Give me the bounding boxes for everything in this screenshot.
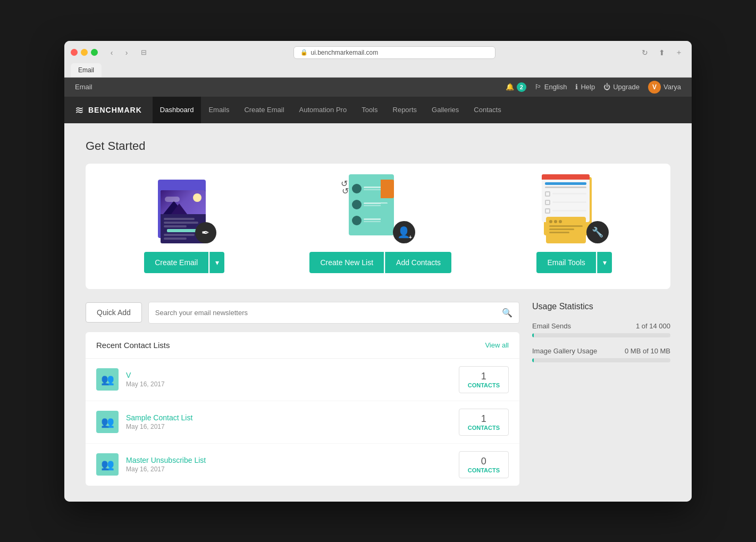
list-info-2: Sample Contact List May 16, 2017	[126, 413, 451, 430]
list-count-num-1: 1	[468, 371, 500, 382]
table-row: 👥 V May 16, 2017 1 CONTACTS	[86, 359, 519, 401]
list-date-2: May 16, 2017	[126, 423, 451, 430]
email-tools-section: 🔧 Email Tools ▾	[536, 174, 611, 273]
help-link[interactable]: ℹ Help	[575, 83, 595, 91]
email-sends-stat: Email Sends 1 of 14 000	[532, 322, 670, 337]
reload-button[interactable]: ↻	[639, 46, 651, 59]
contacts-icon-3: 👥	[101, 458, 114, 471]
nav-item-dashboard[interactable]: Dashboard	[153, 97, 201, 123]
list-info-1: V May 16, 2017	[126, 371, 451, 388]
create-email-section: ✒ Create Email ▾	[144, 174, 224, 273]
left-panel: Quick Add 🔍 Recent Contact Lists View al…	[86, 302, 519, 486]
create-email-button[interactable]: Create Email	[144, 252, 208, 273]
logo-text: BENCHMARK	[88, 106, 142, 114]
flag-icon: 🏳	[535, 83, 542, 91]
action-bar: Quick Add 🔍	[86, 302, 519, 324]
search-icon[interactable]: 🔍	[502, 308, 513, 318]
list-count-label-1: CONTACTS	[468, 382, 500, 388]
list-count-1: 1 CONTACTS	[459, 366, 509, 393]
list-count-label-2: CONTACTS	[468, 425, 500, 431]
forward-button[interactable]: ›	[120, 46, 133, 59]
search-input[interactable]	[155, 309, 498, 317]
share-button[interactable]: ⬆	[656, 46, 668, 59]
upgrade-icon: ⏻	[603, 83, 610, 91]
browser-tab[interactable]: Email	[71, 63, 102, 77]
nav-item-galleries[interactable]: Galleries	[424, 97, 466, 123]
language-label: English	[544, 83, 567, 91]
pen-badge: ✒	[195, 222, 216, 243]
contacts-icon-1: 👥	[101, 373, 114, 386]
gallery-progress-track	[532, 358, 670, 362]
gallery-usage-header: Image Gallery Usage 0 MB of 10 MB	[532, 347, 670, 355]
back-button[interactable]: ‹	[105, 46, 118, 59]
url-text: ui.benchmarkemail.com	[311, 49, 379, 56]
address-bar[interactable]: 🔒 ui.benchmarkemail.com	[293, 46, 495, 59]
gallery-progress-fill	[532, 358, 534, 362]
email-sends-value: 1 of 14 000	[636, 322, 670, 330]
create-email-dropdown[interactable]: ▾	[209, 252, 224, 273]
nav-item-automation-pro[interactable]: Automation Pro	[292, 97, 355, 123]
contacts-illustration: ↺ ↺	[346, 174, 415, 243]
list-date-3: May 16, 2017	[126, 465, 451, 473]
contact-lists-card: Recent Contact Lists View all 👥 V May 16…	[86, 332, 519, 486]
bell-icon: 🔔	[506, 83, 514, 91]
contacts-btn-group: Create New List Add Contacts	[309, 252, 451, 273]
bottom-section: Quick Add 🔍 Recent Contact Lists View al…	[86, 302, 670, 486]
table-row: 👥 Sample Contact List May 16, 2017 1 CON…	[86, 401, 519, 444]
right-panel: Usage Statistics Email Sends 1 of 14 000…	[532, 302, 670, 486]
stats-title: Usage Statistics	[532, 302, 670, 311]
page-content: Get Started	[64, 123, 692, 502]
create-new-list-button[interactable]: Create New List	[309, 252, 384, 273]
add-contact-badge: 👤 +	[393, 221, 415, 243]
gallery-usage-stat: Image Gallery Usage 0 MB of 10 MB	[532, 347, 670, 362]
view-all-link[interactable]: View all	[485, 341, 509, 349]
upgrade-label: Upgrade	[613, 83, 640, 91]
nav-item-emails[interactable]: Emails	[201, 97, 237, 123]
sidebar-toggle[interactable]: ⊟	[137, 46, 150, 59]
list-name-1[interactable]: V	[126, 371, 451, 379]
email-illustration: ✒	[153, 174, 216, 243]
create-email-btn-group: Create Email ▾	[144, 252, 224, 273]
logo-icon: ≋	[75, 104, 84, 116]
list-count-num-2: 1	[468, 413, 500, 425]
maximize-button[interactable]	[91, 49, 98, 56]
list-name-3[interactable]: Master Unsubscribe List	[126, 456, 451, 464]
contacts-icon-2: 👥	[101, 416, 114, 428]
list-avatar-2: 👥	[96, 411, 119, 433]
email-tools-dropdown[interactable]: ▾	[597, 252, 612, 273]
upgrade-link[interactable]: ⏻ Upgrade	[603, 83, 640, 91]
nav-item-reports[interactable]: Reports	[385, 97, 425, 123]
help-icon: ℹ	[575, 83, 578, 91]
email-sends-label: Email Sends	[532, 322, 571, 330]
gallery-label: Image Gallery Usage	[532, 347, 597, 355]
logo[interactable]: ≋ BENCHMARK	[75, 104, 142, 116]
lock-icon: 🔒	[300, 49, 308, 56]
close-button[interactable]	[71, 49, 78, 56]
list-date-1: May 16, 2017	[126, 380, 451, 388]
new-tab-button[interactable]: ＋	[673, 46, 685, 59]
nav-item-tools[interactable]: Tools	[354, 97, 385, 123]
email-tools-btn-group: Email Tools ▾	[536, 252, 611, 273]
list-count-3: 0 CONTACTS	[459, 451, 509, 478]
email-sends-progress-track	[532, 333, 670, 337]
search-bar: 🔍	[148, 302, 519, 324]
get-started-card: ✒ Create Email ▾ ↺ ↺	[86, 164, 670, 289]
nav-item-contacts[interactable]: Contacts	[466, 97, 508, 123]
email-tools-button[interactable]: Email Tools	[536, 252, 595, 273]
user-menu[interactable]: V Varya	[648, 81, 681, 94]
email-sends-header: Email Sends 1 of 14 000	[532, 322, 670, 330]
utility-bar: Email 🔔 2 🏳 English ℹ Help ⏻ Upgrade V V…	[64, 78, 692, 97]
add-contacts-button[interactable]: Add Contacts	[385, 252, 451, 273]
app-label: Email	[75, 83, 93, 91]
table-row: 👥 Master Unsubscribe List May 16, 2017 0…	[86, 444, 519, 486]
language-selector[interactable]: 🏳 English	[535, 83, 567, 91]
nav-item-create-email[interactable]: Create Email	[237, 97, 291, 123]
quick-add-button[interactable]: Quick Add	[86, 302, 142, 323]
minimize-button[interactable]	[81, 49, 88, 56]
notification-bell[interactable]: 🔔 2	[506, 82, 526, 92]
wrench-badge: 🔧	[586, 221, 609, 243]
main-nav: ≋ BENCHMARK Dashboard Emails Create Emai…	[64, 97, 692, 123]
gallery-value: 0 MB of 10 MB	[625, 347, 670, 355]
contacts-section: ↺ ↺	[309, 174, 451, 273]
list-name-2[interactable]: Sample Contact List	[126, 413, 451, 422]
